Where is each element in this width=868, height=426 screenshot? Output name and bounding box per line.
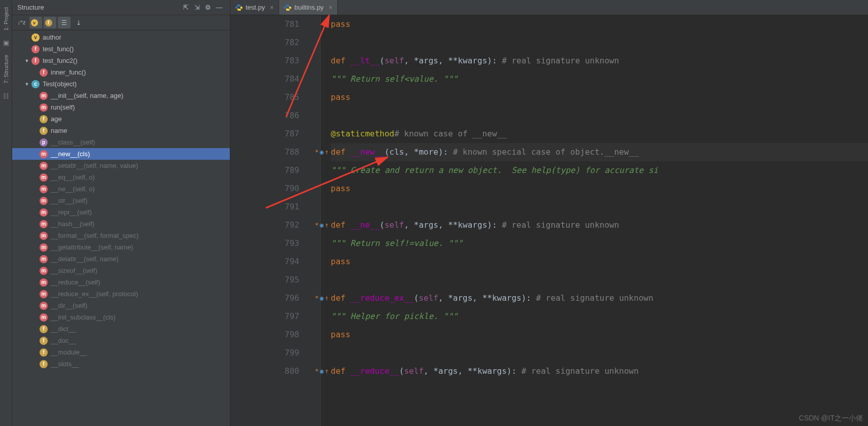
line-number: 799 [230,344,299,362]
collapse-all-icon[interactable]: ⇲ [191,2,202,13]
tree-item[interactable]: ftest_func() [12,43,230,55]
tree-item[interactable]: m__eq__(self, o) [12,171,230,183]
tree-item[interactable]: ▼cTest(object) [12,78,230,90]
code-area[interactable]: pass def __lt__(self, *args, **kwargs): … [321,15,868,426]
tree-item[interactable]: m__reduce__(self) [12,276,230,288]
structure-tool-tab[interactable]: 7: Structure [3,55,9,84]
line-number: 797 [230,307,299,326]
code-line[interactable]: pass [331,88,868,106]
node-type-icon: f [40,127,48,135]
code-line[interactable]: def __reduce_ex__(self, *args, **kwargs)… [331,289,868,307]
tree-item[interactable]: m__hash__(self) [12,218,230,230]
tree-item[interactable]: m__str__(self) [12,195,230,206]
tree-item[interactable]: m__repr__(self) [12,206,230,218]
node-type-icon: m [40,313,48,322]
filter-variables-button[interactable]: v [29,17,42,28]
code-line[interactable]: """ Return self!=value. """ [331,234,868,253]
left-tool-strip: 1: Project ▣ 7: Structure ☷ [0,0,12,426]
code-line[interactable] [331,33,868,52]
tree-item[interactable]: ▼ftest_func2() [12,55,230,66]
tree-item-label: __reduce__(self) [51,278,100,286]
code-line[interactable] [331,344,868,362]
expander-icon[interactable]: ▼ [23,57,30,64]
tree-item-label: __init__(self, name, age) [51,92,123,99]
code-line[interactable]: """ Helper for pickle. """ [331,307,868,326]
expand-all-icon[interactable]: ⇱ [180,2,191,13]
node-type-icon: m [40,173,48,182]
node-type-icon: m [40,243,48,252]
tree-item[interactable]: mrun(self) [12,101,230,113]
code-line[interactable]: pass [331,15,868,33]
tree-item[interactable]: m__ne__(self, o) [12,183,230,195]
autoscroll-button[interactable]: ⤓ [72,17,85,28]
tree-item[interactable]: f__doc__ [12,335,230,346]
node-type-icon: f [31,45,40,53]
node-type-icon: c [31,80,40,88]
tree-item[interactable]: m__sizeof__(self) [12,265,230,276]
structure-icon[interactable]: ☷ [2,92,10,100]
line-number: 786 [230,106,299,125]
tree-item[interactable]: fname [12,125,230,136]
tree-item[interactable]: f__module__ [12,346,230,358]
editor-tab[interactable]: test.py × [230,0,279,15]
code-line[interactable]: @staticmethod # known case of __new__ [331,125,868,143]
tree-item[interactable]: m__init__(self, name, age) [12,90,230,101]
node-type-icon: m [40,290,48,298]
tree-item[interactable]: m__reduce_ex__(self, protocol) [12,288,230,300]
code-line[interactable]: def __ne__(self, *args, **kwargs): # rea… [331,216,868,234]
editor-tabs: test.py × builtins.py × [230,0,868,15]
tree-item[interactable]: m__setattr__(self, name, value) [12,160,230,171]
tree-item[interactable]: m__delattr__(self, name) [12,253,230,265]
filter-inherited-button[interactable]: ☰ [58,17,71,28]
node-type-icon: m [40,208,48,217]
folder-icon[interactable]: ▣ [2,39,10,47]
tree-item-label: __module__ [51,348,87,356]
tree-item[interactable]: p__class__(self) [12,136,230,148]
close-icon[interactable]: × [270,4,273,11]
tree-item[interactable]: f__slots__ [12,358,230,370]
tree-item-label: __class__(self) [51,138,95,146]
tree-item-label: __getattribute__(self, name) [51,243,133,251]
tree-item[interactable]: finner_func() [12,66,230,78]
tree-item-label: __reduce_ex__(self, protocol) [51,290,138,298]
code-line[interactable]: def __lt__(self, *args, **kwargs): # rea… [331,52,868,70]
code-line[interactable] [331,198,868,216]
project-tool-tab[interactable]: 1: Project [3,7,9,30]
structure-toolbar: ↓ᴬz v f ☰ ⤓ [12,15,230,30]
node-type-icon: f [40,360,48,368]
python-file-icon [284,4,291,11]
code-line[interactable] [331,271,868,289]
close-icon[interactable]: × [329,4,332,11]
filter-fields-button[interactable]: f [44,17,56,28]
tree-item[interactable]: fage [12,113,230,125]
tree-item[interactable]: m__dir__(self) [12,300,230,311]
hide-icon[interactable]: — [214,2,225,13]
expander-icon[interactable]: ▼ [23,81,30,88]
tree-item[interactable]: vauthor [12,31,230,43]
tree-item-label: __setattr__(self, name, value) [51,162,138,169]
line-number: 794 [230,253,299,271]
code-line[interactable]: def __new__(cls, *more): # known special… [331,143,868,161]
code-line[interactable]: """ Create and return a new object. See … [331,161,868,180]
line-number: 793 [230,234,299,253]
tree-item[interactable]: m__format__(self, format_spec) [12,230,230,241]
tree-item[interactable]: m__new__(cls) [12,148,230,160]
structure-header: Structure ⇱ ⇲ ⚙ — [12,0,230,15]
code-line[interactable]: def __reduce__(self, *args, **kwargs): #… [331,362,868,380]
tree-item[interactable]: m__init_subclass__(cls) [12,311,230,323]
tree-item-label: Test(object) [43,80,77,88]
code-line[interactable]: """ Return self<value. """ [331,70,868,88]
sort-alpha-button[interactable]: ↓ᴬz [15,17,28,28]
editor-tab[interactable]: builtins.py × [279,0,338,15]
code-line[interactable]: pass [331,326,868,344]
tree-item-label: __eq__(self, o) [51,173,95,181]
node-type-icon: m [40,185,48,193]
tree-item[interactable]: f__dict__ [12,323,230,335]
tree-item-label: age [51,115,62,123]
code-line[interactable] [331,106,868,125]
settings-icon[interactable]: ⚙ [202,2,214,13]
structure-tree[interactable]: vauthorftest_func()▼ftest_func2()finner_… [12,30,230,426]
code-line[interactable]: pass [331,253,868,271]
tree-item[interactable]: m__getattribute__(self, name) [12,241,230,253]
code-line[interactable]: pass [331,180,868,198]
